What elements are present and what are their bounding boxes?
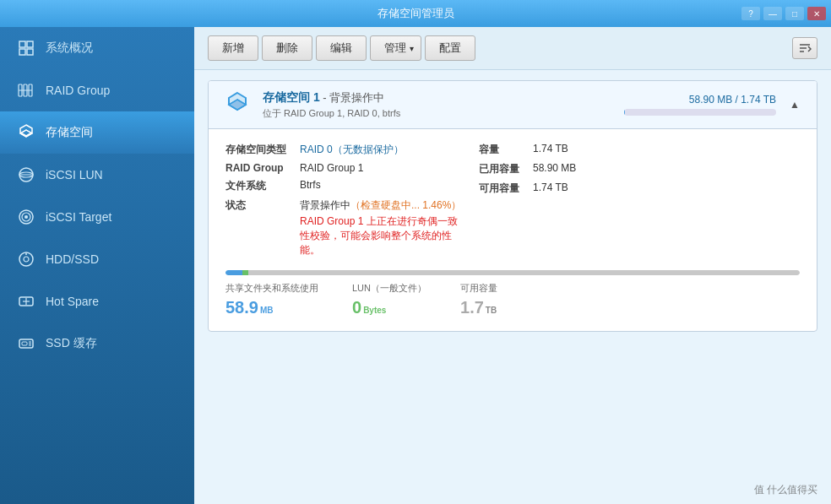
iscsi-icon <box>17 165 35 184</box>
usage-labels: 共享文件夹和系统使用 58.9MB LUN（一般文件） 0Bytes 可用容量 <box>225 282 800 317</box>
collapse-button[interactable]: ▲ <box>786 96 803 113</box>
capacity-fill <box>624 109 625 116</box>
status-detail: （检查硬盘中... 1.46%） <box>350 199 461 211</box>
status-main: 背景操作中 <box>300 199 350 211</box>
status-warning: RAID Group 1 上正在进行奇偶一致性校验，可能会影响整个系统的性能。 <box>300 214 462 257</box>
svg-rect-2 <box>19 49 25 55</box>
edit-button[interactable]: 编辑 <box>316 35 367 61</box>
title-bar: 存储空间管理员 ? — □ ✕ <box>0 0 831 27</box>
info-table-right: 容量 1.74 TB 已用容量 58.90 MB 可用容量 1.74 TB <box>479 143 800 257</box>
pool-title-main: 存储空间 1 <box>263 90 320 104</box>
sidebar-label-system-overview: 系统概况 <box>46 41 93 56</box>
fs-label: 文件系统 <box>225 179 286 193</box>
sort-button[interactable] <box>792 37 817 59</box>
target-icon <box>17 208 35 226</box>
help-icon[interactable]: ? <box>741 7 760 20</box>
pool-title: 存储空间 1 - 背景操作中 <box>263 90 614 106</box>
card-footer: 共享文件夹和系统使用 58.9MB LUN（一般文件） 0Bytes 可用容量 <box>209 270 817 331</box>
free-label: 可用容量 <box>460 282 497 295</box>
shared-label: 共享文件夹和系统使用 <box>225 282 318 295</box>
usage-bar-free <box>248 270 800 275</box>
window-controls: ? — □ ✕ <box>741 7 826 20</box>
app-title: 存储空间管理员 <box>377 6 454 21</box>
raid-icon <box>17 81 35 100</box>
sidebar: 系统概况 RAID Group 存 <box>0 27 194 504</box>
pool-icon <box>222 89 253 120</box>
usage-bar-shared <box>225 270 242 275</box>
capacity-bar <box>624 109 776 116</box>
type-value: RAID 0（无数据保护） <box>300 143 462 157</box>
minimize-button[interactable]: — <box>763 7 782 20</box>
used-value: 58.90 MB <box>533 162 800 176</box>
capacity-text: 58.90 MB / 1.74 TB <box>689 94 776 106</box>
pool-subtitle: 位于 RAID Group 1, RAID 0, btrfs <box>263 107 614 120</box>
card-header: 存储空间 1 - 背景操作中 位于 RAID Group 1, RAID 0, … <box>209 81 817 129</box>
sidebar-item-iscsi-lun[interactable]: iSCSI LUN <box>0 154 194 196</box>
free-usage: 可用容量 1.7TB <box>460 282 497 317</box>
hotspare-icon <box>17 292 35 311</box>
content-area: 新增 删除 编辑 管理 ▾ 配置 <box>194 27 831 504</box>
sidebar-item-raid-group[interactable]: RAID Group <box>0 69 194 111</box>
sidebar-item-system-overview[interactable]: 系统概况 <box>0 27 194 69</box>
config-button[interactable]: 配置 <box>425 35 475 61</box>
used-label: 已用容量 <box>479 162 519 176</box>
sidebar-label-iscsi-lun: iSCSI LUN <box>46 168 103 182</box>
watermark: 值 什么值得买 <box>754 483 817 497</box>
usage-bar-lun <box>242 270 248 275</box>
ssd-icon <box>17 334 35 353</box>
svg-point-19 <box>25 253 27 255</box>
svg-point-18 <box>24 257 29 262</box>
close-button[interactable]: ✕ <box>807 7 826 20</box>
sidebar-label-hot-spare: Hot Spare <box>46 295 99 308</box>
card-header-right: 58.90 MB / 1.74 TB <box>624 94 776 116</box>
add-button[interactable]: 新增 <box>208 35 258 61</box>
svg-rect-24 <box>22 342 27 345</box>
usage-bar-container <box>225 270 800 275</box>
svg-rect-3 <box>27 49 33 55</box>
fs-value: Btrfs <box>300 179 462 193</box>
card-header-info: 存储空间 1 - 背景操作中 位于 RAID Group 1, RAID 0, … <box>263 90 614 120</box>
sidebar-item-hot-spare[interactable]: Hot Spare <box>0 280 194 322</box>
lun-value: 0Bytes <box>352 298 426 317</box>
sidebar-label-iscsi-target: iSCSI Target <box>46 210 111 224</box>
manage-label: 管理 <box>384 41 406 56</box>
delete-button[interactable]: 删除 <box>262 35 312 61</box>
sidebar-label-ssd-cache: SSD 缓存 <box>46 336 97 351</box>
info-table-left: 存储空间类型 RAID 0（无数据保护） RAID Group RAID Gro… <box>225 143 462 257</box>
status-value: 背景操作中（检查硬盘中... 1.46%） RAID Group 1 上正在进行… <box>300 198 462 257</box>
sidebar-label-storage-space: 存储空间 <box>46 125 93 140</box>
raid-label: RAID Group <box>225 162 286 174</box>
sidebar-item-ssd-cache[interactable]: SSD 缓存 <box>0 322 194 365</box>
svg-rect-1 <box>27 41 33 47</box>
lun-label: LUN（一般文件） <box>352 282 426 295</box>
sidebar-label-hdd-ssd: HDD/SSD <box>46 252 99 266</box>
grid-icon <box>17 39 35 57</box>
sidebar-item-storage-space[interactable]: 存储空间 <box>0 111 194 154</box>
svg-point-16 <box>24 215 28 219</box>
pool-title-suffix: - 背景操作中 <box>320 91 385 104</box>
avail-value: 1.74 TB <box>533 182 800 196</box>
svg-rect-0 <box>19 41 25 47</box>
card-body: 存储空间类型 RAID 0（无数据保护） RAID Group RAID Gro… <box>209 129 817 270</box>
lun-usage: LUN（一般文件） 0Bytes <box>352 282 426 317</box>
sidebar-item-iscsi-target[interactable]: iSCSI Target <box>0 196 194 238</box>
toolbar-right <box>792 37 817 59</box>
sidebar-item-hdd-ssd[interactable]: HDD/SSD <box>0 238 194 280</box>
capacity-label: 容量 <box>479 143 519 157</box>
manage-button[interactable]: 管理 ▾ <box>370 35 421 61</box>
maximize-button[interactable]: □ <box>785 7 804 20</box>
avail-label: 可用容量 <box>479 182 519 196</box>
shared-value: 58.9MB <box>225 298 318 317</box>
status-label: 状态 <box>225 198 286 257</box>
capacity-value: 1.74 TB <box>533 143 800 157</box>
type-label: 存储空间类型 <box>225 143 286 157</box>
sidebar-label-raid-group: RAID Group <box>46 84 110 97</box>
toolbar: 新增 删除 编辑 管理 ▾ 配置 <box>194 27 831 70</box>
shared-usage: 共享文件夹和系统使用 58.9MB <box>225 282 318 317</box>
free-value: 1.7TB <box>460 298 497 317</box>
storage-icon <box>17 123 35 142</box>
raid-value: RAID Group 1 <box>300 162 462 174</box>
disk-icon <box>17 250 35 268</box>
manage-arrow: ▾ <box>410 44 414 53</box>
storage-pool-card: 存储空间 1 - 背景操作中 位于 RAID Group 1, RAID 0, … <box>208 80 817 332</box>
